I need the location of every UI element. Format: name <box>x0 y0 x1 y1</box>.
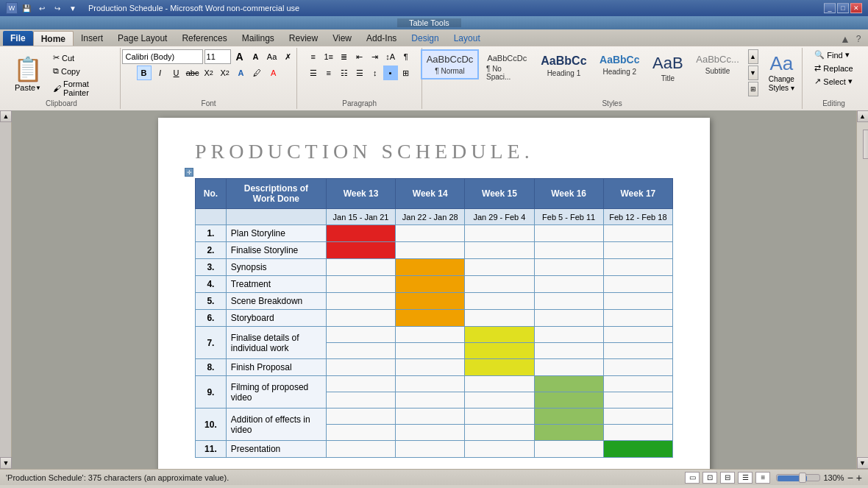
row10-no: 10. <box>196 409 227 441</box>
format-painter-button[interactable]: 🖌 Format Painter <box>50 79 115 98</box>
paragraph-label: Paragraph <box>342 98 377 107</box>
row6-week17 <box>603 310 672 327</box>
styles-scroll-down[interactable]: ▼ <box>748 66 758 80</box>
change-styles-button[interactable]: Aa ChangeStyles ▾ <box>760 49 804 96</box>
undo-qa-button[interactable]: ↩ <box>35 1 49 15</box>
bold-button[interactable]: B <box>137 66 152 80</box>
maximize-button[interactable]: □ <box>837 3 849 13</box>
text-highlight-button[interactable]: 🖊 <box>250 66 265 80</box>
decrease-indent-button[interactable]: ⇤ <box>352 49 367 64</box>
justify-button[interactable]: ☰ <box>352 66 367 80</box>
numbering-button[interactable]: 1≡ <box>321 49 336 64</box>
date-week15: Jan 29 - Feb 4 <box>465 209 534 225</box>
left-scroll-track[interactable] <box>0 122 11 457</box>
superscript-button[interactable]: X2 <box>218 66 232 80</box>
scroll-left-up[interactable]: ▲ <box>0 110 12 122</box>
change-case-button[interactable]: Aa <box>265 49 280 64</box>
shrink-font-button[interactable]: A <box>249 49 263 64</box>
select-button[interactable]: ↗ Select ▾ <box>811 76 855 87</box>
styles-expand[interactable]: ⊞ <box>748 82 758 96</box>
row2-desc: Finalise Storyline <box>226 242 326 259</box>
style-nospace-item[interactable]: AaBbCcDc ¶ No Spaci... <box>480 49 534 85</box>
scroll-down-arrow[interactable]: ▼ <box>857 457 869 469</box>
borders-button[interactable]: ⊞ <box>399 66 413 80</box>
style-h2-label: Heading 2 <box>602 68 636 76</box>
row9-week14 <box>396 376 465 392</box>
row11-week13 <box>326 441 395 458</box>
subscript-button[interactable]: X2 <box>202 66 216 80</box>
row6-week15 <box>465 310 534 327</box>
align-center-button[interactable]: ≡ <box>321 66 336 80</box>
zoom-in-button[interactable]: + <box>856 472 862 484</box>
style-title-item[interactable]: AaB Title <box>647 49 689 87</box>
multilevel-list-button[interactable]: ≣ <box>337 49 352 64</box>
align-left-button[interactable]: ☰ <box>306 66 321 80</box>
web-layout-button[interactable]: ⊟ <box>720 472 735 484</box>
tab-home[interactable]: Home <box>33 31 74 46</box>
paste-button[interactable]: 📋 Paste▼ <box>7 52 49 95</box>
tab-file[interactable]: File <box>3 31 33 46</box>
minimize-button[interactable]: _ <box>824 3 836 13</box>
zoom-out-button[interactable]: − <box>847 472 853 484</box>
table-row: 9. Filming of proposed video <box>196 376 673 392</box>
italic-button[interactable]: I <box>153 66 168 80</box>
style-subtitle-item[interactable]: AaBbCc... Subtitle <box>691 49 745 79</box>
replace-button[interactable]: ⇄ Replace <box>811 63 855 74</box>
strikethrough-button[interactable]: abc <box>185 66 200 80</box>
tab-page-layout[interactable]: Page Layout <box>110 31 174 46</box>
align-right-button[interactable]: ☷ <box>337 66 352 80</box>
ribbon-collapse-button[interactable]: ▲ <box>839 32 852 46</box>
bullets-button[interactable]: ≡ <box>306 49 321 64</box>
style-h1-item[interactable]: AaBbCc Heading 1 <box>536 49 593 82</box>
full-screen-button[interactable]: ⊡ <box>702 472 717 484</box>
tab-layout[interactable]: Layout <box>447 31 488 46</box>
shading-button[interactable]: ▪ <box>383 66 398 80</box>
font-row-1: A A Aa ✗ <box>122 49 296 64</box>
close-button[interactable]: ✕ <box>850 3 862 13</box>
find-button[interactable]: 🔍 Find ▾ <box>811 49 855 60</box>
zoom-slider[interactable] <box>776 474 820 481</box>
draft-button[interactable]: ≡ <box>755 472 770 484</box>
tab-add-ins[interactable]: Add-Ins <box>359 31 404 46</box>
tab-design[interactable]: Design <box>404 31 446 46</box>
copy-button[interactable]: ⧉ Copy <box>50 66 115 77</box>
text-effects-button[interactable]: A <box>234 66 249 80</box>
scroll-up-arrow[interactable]: ▲ <box>857 110 869 122</box>
customize-qa-button[interactable]: ▼ <box>66 1 79 15</box>
save-qa-button[interactable]: 💾 <box>20 1 33 15</box>
grow-font-button[interactable]: A <box>232 49 247 64</box>
show-marks-button[interactable]: ¶ <box>399 49 413 64</box>
line-spacing-button[interactable]: ↕ <box>368 66 383 80</box>
font-color-button[interactable]: A <box>266 66 281 80</box>
para-row-1: ≡ 1≡ ≣ ⇤ ⇥ ↕A ¶ <box>306 49 413 64</box>
styles-scroll-up[interactable]: ▲ <box>748 49 758 64</box>
redo-qa-button[interactable]: ↪ <box>51 1 64 15</box>
row7b-week17 <box>603 343 672 359</box>
row8-week17 <box>603 359 672 376</box>
scroll-thumb[interactable] <box>863 130 869 159</box>
tab-review[interactable]: Review <box>282 31 325 46</box>
window-title: Production Schedule - Microsoft Word non… <box>88 4 299 13</box>
increase-indent-button[interactable]: ⇥ <box>368 49 383 64</box>
tab-view[interactable]: View <box>325 31 359 46</box>
help-button[interactable]: ? <box>852 32 865 46</box>
font-name-input[interactable] <box>122 49 203 64</box>
sort-button[interactable]: ↕A <box>383 49 398 64</box>
scroll-left-down[interactable]: ▼ <box>0 457 12 469</box>
zoom-slider-handle[interactable] <box>799 473 806 483</box>
tab-references[interactable]: References <box>174 31 234 46</box>
cut-button[interactable]: ✂ Cut <box>50 52 115 63</box>
print-layout-button[interactable]: ▭ <box>685 472 700 484</box>
tab-mailings[interactable]: Mailings <box>235 31 282 46</box>
row3-no: 3. <box>196 259 227 276</box>
status-text: 'Production Schedule': 375 characters (a… <box>6 473 229 482</box>
tab-insert[interactable]: Insert <box>74 31 110 46</box>
font-size-input[interactable] <box>204 49 231 64</box>
row3-week14 <box>396 259 465 276</box>
table-position-button[interactable]: ✛ <box>185 168 193 177</box>
underline-button[interactable]: U <box>169 66 184 80</box>
outline-button[interactable]: ☰ <box>738 472 753 484</box>
style-h2-item[interactable]: AaBbCc Heading 2 <box>594 49 645 80</box>
style-normal-item[interactable]: AaBbCcDc ¶ Normal <box>421 49 479 79</box>
clear-format-button[interactable]: ✗ <box>281 49 296 64</box>
